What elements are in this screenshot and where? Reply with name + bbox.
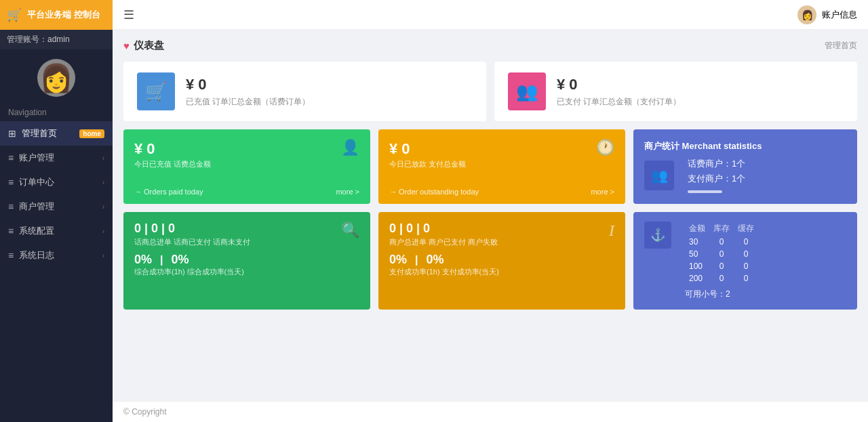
today-payout-amount: ¥ 0 — [389, 140, 614, 158]
inventory-table-wrapper: 金额 库存 缓存 300050001000020000 可用小号：2 — [685, 221, 758, 300]
gold-card-footer: → Order outstanding today more > — [389, 188, 614, 196]
sidebar-item-merchant[interactable]: ≡ 商户管理 › — [0, 194, 113, 219]
chevron-right-icon: › — [102, 252, 104, 259]
available-count: 可用小号：2 — [685, 289, 758, 300]
stat-card-merchant-stats: 商户统计 Merchant statistics 👥 话费商户：1个 支付商户：… — [633, 129, 857, 204]
paid-desc: 已支付 订单汇总金额（支付订单） — [557, 96, 681, 108]
sidebar: 🛒 平台业务端 控制台 管理账号：admin 👩 Navigation ⊞ 管理… — [0, 0, 113, 422]
pay-success-rate-today: 0% — [427, 253, 444, 267]
pay-success-rate-label: 支付成功率(1h) 支付成功率(当天) — [389, 267, 614, 277]
call-success-rate-today: 0% — [172, 253, 189, 267]
stat-info-recharge: ¥ 0 已充值 订单汇总金额（话费订单） — [186, 76, 310, 108]
sidebar-item-orders[interactable]: ≡ 订单中心 › — [0, 170, 113, 194]
user-account-button[interactable]: 👩 账户信息 — [797, 5, 857, 24]
more-link-green[interactable]: more > — [336, 188, 359, 196]
merchant-info-item-0: 话费商户：1个 — [688, 158, 745, 170]
sidebar-item-label: 系统日志 — [19, 249, 54, 261]
today-recharge-desc: 今日已充值 话费总金额 — [134, 159, 359, 169]
sidebar-item-home[interactable]: ⊞ 管理首页 home — [0, 121, 113, 146]
stat-card-today-recharge: 👤 ¥ 0 今日已充值 话费总金额 → Orders paid today mo… — [123, 129, 370, 204]
home-icon: ⊞ — [8, 128, 16, 139]
cart-icon: 🛒 — [145, 81, 167, 102]
sidebar-admin-label: 管理账号：admin — [0, 30, 113, 49]
merchant-orders-count: 0 | 0 | 0 — [389, 221, 614, 236]
menu-toggle-icon[interactable]: ☰ — [123, 7, 134, 22]
chevron-right-icon: › — [102, 203, 104, 211]
sidebar-item-label: 管理首页 — [22, 127, 57, 140]
chevron-right-icon: › — [102, 179, 104, 186]
anchor-icon: ⚓ — [644, 221, 671, 249]
sidebar-item-label: 账户管理 — [19, 152, 54, 164]
content-area: ♥ 仪表盘 管理首页 🛒 ¥ 0 已充值 订单汇总金额（话费订单） 👥 — [113, 30, 868, 401]
table-row: 20000 — [685, 272, 758, 284]
stat-card-inventory: ⚓ 金额 库存 缓存 300050001000020000 — [633, 212, 857, 310]
stats-mid-row: 👤 ¥ 0 今日已充值 话费总金额 → Orders paid today mo… — [123, 129, 857, 204]
sidebar-item-label: 商户管理 — [19, 201, 54, 213]
today-recharge-amount: ¥ 0 — [134, 140, 359, 158]
stat-card-merchant-orders: I 0 | 0 | 0 商户总进单 商户已支付 商户失败 0% | 0% 支付成… — [378, 212, 625, 310]
sidebar-header: 🛒 平台业务端 控制台 — [0, 0, 113, 30]
call-orders-sub: 话商总进单 话商已支付 话商未支付 — [134, 237, 359, 247]
logo-icon: 🛒 — [7, 7, 22, 22]
recharge-desc: 已充值 订单汇总金额（话费订单） — [186, 96, 310, 108]
dashboard-title: 仪表盘 — [134, 39, 164, 52]
table-row: 10000 — [685, 260, 758, 272]
paid-amount: ¥ 0 — [557, 76, 681, 93]
sidebar-item-label: 系统配置 — [19, 225, 54, 237]
stats-top-row: 🛒 ¥ 0 已充值 订单汇总金额（话费订单） 👥 ¥ 0 已支付 订单汇总金额（… — [123, 62, 857, 121]
user-check-icon: 👤 — [341, 139, 359, 156]
stat-card-today-payout: 🕐 ¥ 0 今日已放款 支付总金额 → Order outstanding to… — [378, 129, 625, 204]
chevron-right-icon: › — [102, 154, 104, 162]
stat-card-paid: 👥 ¥ 0 已支付 订单汇总金额（支付订单） — [494, 62, 857, 121]
page-title: ♥ 仪表盘 — [123, 39, 164, 52]
sysconfig-icon: ≡ — [8, 226, 14, 236]
stat-card-recharge: 🛒 ¥ 0 已充值 订单汇总金额（话费订单） — [123, 62, 486, 121]
syslog-icon: ≡ — [8, 250, 14, 261]
col-stock: 库存 — [709, 221, 734, 236]
merchant-orders-sub: 商户总进单 商户已支付 商户失败 — [389, 237, 614, 247]
call-success-rate-label: 综合成功率(1h) 综合成功率(当天) — [134, 267, 359, 277]
topbar: ☰ 👩 账户信息 — [113, 0, 868, 30]
today-payout-desc: 今日已放款 支付总金额 — [389, 159, 614, 169]
home-badge: home — [79, 129, 104, 138]
sidebar-item-syslog[interactable]: ≡ 系统日志 › — [0, 243, 113, 268]
users-icon: 👥 — [516, 81, 538, 102]
col-amount: 金额 — [685, 221, 709, 236]
more-link-gold[interactable]: more > — [591, 188, 614, 196]
inventory-table: 金额 库存 缓存 300050001000020000 — [685, 221, 758, 284]
topbar-user-label: 账户信息 — [822, 9, 857, 21]
green-card-footer: → Orders paid today more > — [134, 188, 359, 196]
merchant-stats-title: 商户统计 Merchant statistics — [644, 140, 846, 152]
table-row: 5000 — [685, 248, 758, 260]
paid-icon-box: 👥 — [508, 72, 546, 110]
manage-link[interactable]: 管理首页 — [825, 40, 857, 51]
main-content: ☰ 👩 账户信息 ♥ 仪表盘 管理首页 🛒 ¥ 0 已充值 订单汇总金 — [113, 0, 868, 422]
page-header: ♥ 仪表盘 管理首页 — [123, 39, 857, 52]
footer: © Copyright — [113, 401, 868, 422]
account-icon: ≡ — [8, 152, 14, 163]
chevron-right-icon: › — [102, 228, 104, 235]
sidebar-item-account[interactable]: ≡ 账户管理 › — [0, 146, 113, 170]
stat-info-paid: ¥ 0 已支付 订单汇总金额（支付订单） — [557, 76, 681, 108]
merchant-stats-icon: 👥 — [644, 161, 674, 190]
sidebar-item-label: 订单中心 — [19, 176, 54, 188]
nav-label: Navigation — [0, 104, 113, 121]
pay-success-rate-1h: 0% — [389, 253, 407, 267]
order-outstanding-label: → Order outstanding today — [389, 188, 479, 196]
merchant-icon: ≡ — [8, 201, 14, 212]
merchant-progress-bar — [688, 190, 722, 193]
sidebar-item-sysconfig[interactable]: ≡ 系统配置 › — [0, 219, 113, 243]
stats-bot-row: 🔍 0 | 0 | 0 话商总进单 话商已支付 话商未支付 0% | 0% 综合… — [123, 212, 857, 310]
heart-icon: ♥ — [123, 40, 130, 51]
copyright-text: © Copyright — [123, 407, 167, 417]
stat-card-call-orders: 🔍 0 | 0 | 0 话商总进单 话商已支付 话商未支付 0% | 0% 综合… — [123, 212, 370, 310]
col-cache: 缓存 — [734, 221, 758, 236]
table-row: 3000 — [685, 236, 758, 248]
merchant-info: 话费商户：1个 支付商户：1个 — [688, 158, 745, 193]
avatar: 👩 — [37, 59, 75, 97]
sidebar-avatar-area: 👩 — [0, 49, 113, 104]
clock-icon: 🕐 — [596, 139, 614, 156]
recharge-amount: ¥ 0 — [186, 76, 310, 93]
orders-paid-today-label: → Orders paid today — [134, 188, 203, 196]
orders-icon: ≡ — [8, 177, 14, 188]
